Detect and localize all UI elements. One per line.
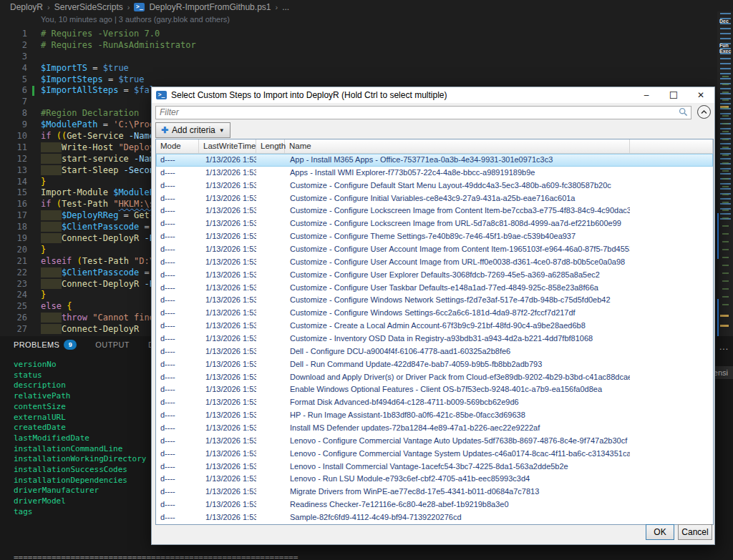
cell-len <box>256 192 285 205</box>
table-row[interactable]: d----1/13/2026 1:53 PMCustomize - Config… <box>156 256 713 269</box>
line-number: 26 <box>0 313 27 324</box>
cell-time: 1/13/2026 1:53 PM <box>199 243 256 256</box>
dialog-titlebar[interactable]: >_ Select Custom Steps to Import into De… <box>152 87 714 103</box>
collapse-criteria-button[interactable] <box>697 105 711 119</box>
cell-name: Enable Windows Optional Features - Clien… <box>285 383 630 396</box>
table-row[interactable]: d----1/13/2026 1:53 PMCustomize - Create… <box>156 320 713 333</box>
code-line-text: $ImportTS = $true <box>41 63 129 74</box>
panel-tab-label: OUTPUT <box>95 340 130 349</box>
cell-time: 1/13/2026 1:53 PM <box>199 396 256 409</box>
table-row[interactable]: d----1/13/2026 1:53 PMHP - Run Image Ass… <box>156 409 713 422</box>
cell-len <box>256 396 285 409</box>
table-row[interactable]: d----1/13/2026 1:53 PMMigrate Drivers fr… <box>156 486 713 498</box>
code-line: 1# Requires -Version 7.0 <box>0 29 733 40</box>
cell-len <box>256 409 285 422</box>
cell-time: 1/13/2026 1:53 PM <box>199 345 256 358</box>
table-row[interactable]: d----1/13/2026 1:53 PMCustomize - Config… <box>156 217 713 230</box>
cancel-button[interactable]: Cancel <box>678 524 712 540</box>
table-row[interactable]: d----1/13/2026 1:53 PMSample-82fc6fd9-41… <box>156 511 713 524</box>
table-row[interactable]: d----1/13/2026 1:53 PMEnable Windows Opt… <box>156 383 713 396</box>
cell-mode: d---- <box>156 409 199 422</box>
cell-time: 1/13/2026 1:53 PM <box>199 383 256 396</box>
minimap-slider[interactable] <box>717 213 719 259</box>
cell-len <box>256 498 285 511</box>
table-row[interactable]: d----1/13/2026 1:53 PMApp - Install M365… <box>156 154 713 167</box>
breadcrumb[interactable]: DeployR›ServerSideScripts›>_DeployR-Impo… <box>10 2 289 12</box>
table-row[interactable]: d----1/13/2026 1:53 PMDell - Run Command… <box>156 358 713 371</box>
cell-mode: d---- <box>156 217 199 230</box>
minimap-section-label: Exec <box>719 49 731 54</box>
filter-input[interactable] <box>155 106 691 119</box>
line-number: 2 <box>0 40 27 51</box>
breadcrumb-item[interactable]: ServerSideScripts <box>54 2 123 12</box>
cell-time: 1/13/2026 1:53 PM <box>199 435 256 448</box>
table-row[interactable]: d----1/13/2026 1:53 PMDell - Configure D… <box>156 345 713 358</box>
table-row[interactable]: d----1/13/2026 1:53 PMLenovo - Configure… <box>156 435 713 448</box>
table-row[interactable]: d----1/13/2026 1:53 PMLenovo - Install C… <box>156 461 713 473</box>
panel-more-actions-icon[interactable]: ... <box>719 342 729 352</box>
column-header-name[interactable]: Name <box>285 139 630 153</box>
table-row[interactable]: d----1/13/2026 1:53 PMInstall MS Defende… <box>156 422 713 435</box>
table-row[interactable]: d----1/13/2026 1:53 PMCustomize - Config… <box>156 243 713 256</box>
ok-button[interactable]: OK <box>646 524 674 540</box>
table-row[interactable]: d----1/13/2026 1:53 PMLenovo - Configure… <box>156 448 713 461</box>
panel-tab-problems[interactable]: PROBLEMS9 <box>14 340 77 350</box>
cell-name: Lenovo - Configure Commercial Vantage Au… <box>285 435 630 448</box>
code-line-text: $ModulePath = 'C:\Progr <box>41 119 160 131</box>
cell-extra <box>630 256 713 269</box>
cell-mode: d---- <box>156 282 199 295</box>
cell-time: 1/13/2026 1:53 PM <box>199 217 256 230</box>
problems-count-badge: 9 <box>64 340 77 350</box>
table-row[interactable]: d----1/13/2026 1:53 PMCustomize - Invent… <box>156 333 713 345</box>
cell-len <box>256 205 285 217</box>
line-number: 15 <box>0 187 27 199</box>
line-number: 6 <box>0 85 27 97</box>
table-row[interactable]: d----1/13/2026 1:53 PMCustomize - Config… <box>156 180 713 192</box>
cell-len <box>256 435 285 448</box>
cell-mode: d---- <box>156 461 199 473</box>
minimap-section-label: Fun <box>719 43 729 48</box>
panel-tab-output[interactable]: OUTPUT <box>95 340 130 349</box>
line-number: 25 <box>0 301 27 313</box>
column-header-empty[interactable] <box>630 139 713 153</box>
table-row[interactable]: d----1/13/2026 1:53 PMCustomize - Config… <box>156 294 713 307</box>
cell-name: Customize - Configure Lockscreen Image f… <box>285 205 630 217</box>
code-line-text: if ((Get-Service -Name <box>41 131 155 142</box>
minimap[interactable]: DecFunExec <box>717 11 733 336</box>
minimap-warning-marker-3 <box>720 325 729 327</box>
minimize-icon[interactable]: – <box>633 87 660 103</box>
table-row[interactable]: d----1/13/2026 1:53 PMCustomize - Config… <box>156 307 713 320</box>
cell-extra <box>630 192 713 205</box>
code-line-text: $ClientPasscode = ( <box>41 267 160 279</box>
breadcrumb-item[interactable]: DeployR <box>10 2 43 12</box>
table-row[interactable]: d----1/13/2026 1:53 PMDownload and Apply… <box>156 371 713 384</box>
column-header-lastwritetime[interactable]: LastWriteTime <box>199 139 256 153</box>
maximize-icon[interactable]: ☐ <box>660 87 687 103</box>
cell-extra <box>630 320 713 333</box>
add-criteria-button[interactable]: ✚ Add criteria ▼ <box>155 122 230 138</box>
table-row[interactable]: d----1/13/2026 1:53 PMCustomize - Config… <box>156 205 713 217</box>
table-row[interactable]: d----1/13/2026 1:53 PMFormat Disk Advanc… <box>156 396 713 409</box>
minimap-section-label: Dec <box>719 19 729 24</box>
breadcrumb-item[interactable]: DeployR-ImportFromGithub.ps1 <box>149 2 271 12</box>
column-header-mode[interactable]: Mode <box>156 139 199 153</box>
code-line-text: Connect-DeployR -Pa <box>41 233 160 245</box>
breadcrumb-item[interactable]: ... <box>282 2 289 12</box>
table-row[interactable]: d----1/13/2026 1:53 PMCustomize - Config… <box>156 192 713 205</box>
table-row[interactable]: d----1/13/2026 1:53 PMApps - Install WMI… <box>156 167 713 180</box>
cell-mode: d---- <box>156 320 199 333</box>
table-row[interactable]: d----1/13/2026 1:53 PMReadiness Checker-… <box>156 498 713 511</box>
table-row[interactable]: d----1/13/2026 1:53 PMCustomize - Config… <box>156 269 713 282</box>
close-icon[interactable]: ✕ <box>687 87 714 103</box>
cell-name: Migrate Drivers from WinPE-ae77ec8d-17e5… <box>285 486 630 498</box>
minimap-slider-2[interactable] <box>717 299 719 336</box>
cell-name: Format Disk Advanced-bf494d64-c128-4711-… <box>285 396 630 409</box>
cell-name: Dell - Run Command Update-422d847e-bab7-… <box>285 358 630 371</box>
column-header-length[interactable]: Length <box>256 139 285 153</box>
table-row[interactable]: d----1/13/2026 1:53 PMCustomize - Config… <box>156 230 713 243</box>
table-row[interactable]: d----1/13/2026 1:53 PMCustomize - Config… <box>156 282 713 295</box>
table-row[interactable]: d----1/13/2026 1:53 PMLenovo - Run LSU M… <box>156 473 713 486</box>
cell-len <box>256 461 285 473</box>
git-added-gutter-marker <box>32 86 34 96</box>
terminal-separator-line: ========================================… <box>14 552 317 560</box>
